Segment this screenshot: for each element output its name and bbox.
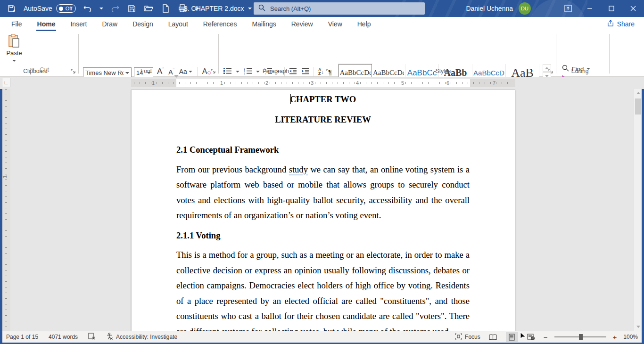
zoom-out-icon[interactable]: − — [544, 333, 548, 341]
mouse-cursor — [520, 332, 528, 343]
zoom-in-icon[interactable]: + — [613, 333, 617, 341]
minimize-button[interactable] — [579, 0, 601, 17]
paragraph-1[interactable]: From our previous background study we ca… — [176, 162, 470, 223]
title-dropdown-icon[interactable] — [248, 8, 252, 9]
tab-mailings[interactable]: Mailings — [244, 17, 283, 31]
paragraph-dialog-launcher-icon[interactable] — [326, 69, 332, 74]
word-count[interactable]: 4071 words — [49, 334, 78, 340]
ruler-number: 2 — [265, 80, 268, 86]
tab-file[interactable]: File — [4, 17, 30, 31]
autosave-control[interactable]: AutoSave Off — [24, 4, 76, 13]
tab-selector[interactable]: ∟ — [2, 78, 10, 87]
ribbon-display-options-icon[interactable] — [557, 0, 579, 17]
bullets-dropdown-icon[interactable] — [236, 71, 239, 73]
clipboard-group-label: Clipboard — [9, 68, 61, 74]
styles-group-label: Styles — [415, 68, 471, 74]
save-icon[interactable] — [127, 3, 137, 14]
focus-icon — [455, 333, 462, 341]
close-button[interactable] — [622, 0, 644, 17]
paste-button[interactable]: Paste — [4, 33, 25, 63]
document-title: 8. CHAPTER 2.docx — [184, 5, 244, 12]
chapter-title[interactable]: CHAPTER TWO — [176, 92, 470, 107]
scroll-up-icon[interactable] — [634, 89, 642, 97]
ruler-number: 6 — [446, 80, 449, 86]
save-with-pen-icon[interactable] — [7, 3, 17, 14]
paste-dropdown-icon[interactable] — [12, 60, 16, 62]
text-cursor — [290, 94, 291, 104]
account-area[interactable]: Daniel Uchenna DU — [466, 0, 531, 17]
share-button[interactable]: Share — [603, 18, 638, 30]
focus-button[interactable]: Focus — [455, 333, 480, 341]
paragraph-group-label: Paragraph — [248, 68, 304, 74]
paragraph-2[interactable]: This is a method for a group, such as a … — [176, 247, 470, 331]
vertical-ruler[interactable]: 1 — [2, 89, 10, 331]
title-bar: AutoSave Off 8. CHAPTER 2.doc — [0, 0, 644, 17]
new-document-icon[interactable] — [161, 3, 171, 14]
ruler-number: 3 — [311, 80, 314, 86]
avatar[interactable]: DU — [519, 2, 531, 15]
grammar-marked-word[interactable]: study — [289, 164, 308, 174]
zoom-slider[interactable] — [554, 336, 606, 337]
undo-dropdown-icon[interactable] — [99, 8, 103, 9]
styles-dialog-launcher-icon[interactable] — [548, 69, 554, 74]
page-indicator[interactable]: Page 1 of 15 — [6, 334, 38, 340]
change-case-button[interactable]: Aa — [179, 68, 192, 75]
undo-button[interactable] — [83, 3, 93, 14]
autosave-toggle[interactable]: Off — [56, 4, 76, 13]
tab-insert[interactable]: Insert — [63, 17, 94, 31]
ribbon: Paste ✂ Cut Copy Format Painter Clipboar… — [0, 31, 644, 77]
ribbon-tab-row: File Home Insert Draw Design Layout Refe… — [0, 17, 644, 31]
open-folder-icon[interactable] — [144, 3, 154, 14]
ruler-number: 5 — [401, 80, 404, 86]
vertical-scrollbar[interactable] — [634, 89, 642, 331]
font-group-label: Font — [118, 68, 174, 74]
tab-home[interactable]: Home — [30, 17, 63, 31]
tab-references[interactable]: References — [196, 17, 245, 31]
tab-view[interactable]: View — [321, 17, 350, 31]
accessibility-label: Accessibility: Investigate — [116, 334, 177, 340]
search-input[interactable] — [270, 5, 402, 12]
tab-draw[interactable]: Draw — [94, 17, 125, 31]
redo-button[interactable] — [110, 3, 120, 14]
ruler-bar: ∟ 1 1 2 3 4 5 6 7 — [0, 77, 644, 89]
toggle-knob-icon — [59, 7, 63, 11]
ruler-number: 1 — [152, 80, 155, 86]
scrollbar-thumb[interactable] — [635, 98, 641, 115]
tab-layout[interactable]: Layout — [161, 17, 196, 31]
ribbon-tabs: File Home Insert Draw Design Layout Refe… — [4, 17, 379, 31]
paste-label: Paste — [4, 49, 25, 57]
scroll-down-icon[interactable] — [634, 323, 642, 331]
subsection-heading[interactable]: 2.1.1 Voting — [176, 228, 470, 244]
window-controls — [557, 0, 644, 17]
print-layout-button[interactable] — [506, 332, 518, 342]
focus-label: Focus — [465, 334, 480, 340]
accessibility-checker[interactable]: Accessibility: Investigate — [106, 333, 177, 341]
tab-design[interactable]: Design — [125, 17, 161, 31]
autosave-state: Off — [66, 6, 72, 11]
zoom-level[interactable]: 100% — [623, 334, 638, 340]
chapter-subtitle[interactable]: LITERATURE REVIEW — [176, 112, 470, 128]
clear-formatting-button[interactable]: A◇ — [202, 67, 211, 76]
search-bar[interactable] — [254, 2, 425, 15]
font-dialog-launcher-icon[interactable] — [211, 69, 216, 74]
clipboard-dialog-launcher-icon[interactable] — [71, 69, 76, 74]
user-name: Daniel Uchenna — [466, 5, 513, 12]
zoom-slider-thumb[interactable] — [579, 334, 583, 340]
section-heading[interactable]: 2.1 Conceptual Framework — [176, 142, 470, 158]
accessibility-icon — [106, 333, 113, 341]
sort-button[interactable]: AZ↓ — [318, 68, 324, 75]
status-bar: Page 1 of 15 4071 words Accessibility: I… — [0, 331, 644, 343]
proofing-errors-icon[interactable] — [88, 333, 96, 341]
document-title-area[interactable]: 8. CHAPTER 2.docx — [184, 0, 252, 17]
editing-group-label: Editing — [561, 68, 599, 74]
tab-review[interactable]: Review — [284, 17, 321, 31]
ruler-number: 4 — [356, 80, 359, 86]
bullets-button[interactable] — [223, 67, 231, 76]
tab-help[interactable]: Help — [350, 17, 379, 31]
horizontal-ruler[interactable]: 1 1 2 3 4 5 6 7 — [131, 79, 515, 87]
maximize-button[interactable] — [601, 0, 622, 17]
document-page[interactable]: CHAPTER TWO LITERATURE REVIEW 2.1 Concep… — [131, 90, 515, 331]
read-mode-button[interactable] — [487, 332, 499, 342]
vertical-ruler-number: 1 — [2, 175, 8, 178]
document-canvas[interactable]: 1 CHAPTER TWO LITERATURE REVIEW 2.1 Conc… — [0, 89, 644, 331]
